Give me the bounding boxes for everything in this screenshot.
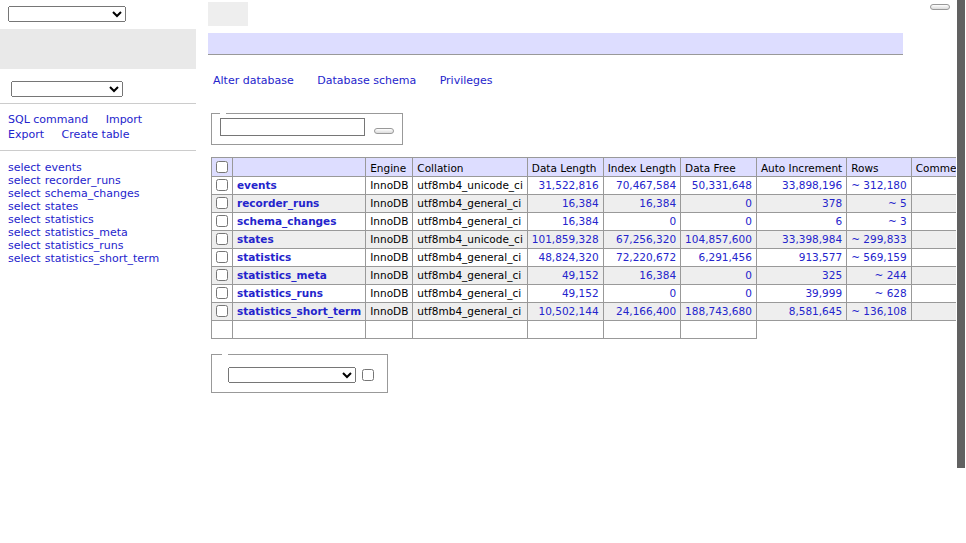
sidebar-actions: SQL command Import Export Create table [0, 104, 196, 151]
rows-link[interactable]: ~ 569,159 [851, 251, 907, 263]
total-data-length [527, 320, 603, 338]
table-name-link[interactable]: statistics_short_term [45, 252, 159, 265]
action-link[interactable]: Privileges [440, 74, 493, 87]
data-free-link[interactable]: 0 [685, 287, 752, 299]
index-length-link[interactable]: 24,166,400 [608, 305, 676, 317]
table-name-link[interactable]: statistics_runs [45, 239, 124, 252]
row-checkbox[interactable] [216, 305, 228, 317]
row-checkbox[interactable] [216, 251, 228, 263]
data-free-cell: 50,331,648 [681, 176, 757, 194]
data-length-link[interactable]: 49,152 [532, 269, 599, 281]
rows-link[interactable]: ~ 312,180 [851, 179, 907, 191]
action-link[interactable]: Database schema [317, 74, 416, 87]
auto-increment-link[interactable]: 8,581,645 [761, 305, 842, 317]
index-length-link[interactable]: 70,467,584 [608, 179, 676, 191]
search-input[interactable] [220, 118, 365, 136]
index-length-link[interactable]: 72,220,672 [608, 251, 676, 263]
table-row: recorder_runs InnoDB utf8mb4_general_ci … [212, 194, 966, 212]
table-name-link[interactable]: events [237, 179, 277, 191]
data-length-link[interactable]: 49,152 [532, 287, 599, 299]
auto-increment-link[interactable]: 378 [761, 197, 842, 209]
index-length-cell: 72,220,672 [603, 248, 680, 266]
overwrite-option[interactable] [362, 369, 377, 381]
auto-increment-link[interactable]: 913,577 [761, 251, 842, 263]
select-link[interactable]: select [8, 200, 41, 213]
rows-link[interactable]: ~ 244 [851, 269, 907, 281]
auto-increment-link[interactable]: 39,999 [761, 287, 842, 299]
table-name-link[interactable]: states [45, 200, 79, 213]
table-name-link[interactable]: statistics_meta [237, 269, 327, 281]
sidebar-action-link[interactable]: Import [106, 113, 143, 126]
engine-cell: InnoDB [366, 176, 413, 194]
data-free-link[interactable]: 104,857,600 [685, 233, 752, 245]
select-link[interactable]: select [8, 239, 41, 252]
auto-increment-link[interactable]: 325 [761, 269, 842, 281]
row-checkbox[interactable] [216, 197, 228, 209]
select-link[interactable]: select [8, 161, 41, 174]
select-link[interactable]: select [8, 174, 41, 187]
rows-link[interactable]: ~ 3 [851, 215, 907, 227]
data-length-link[interactable]: 16,384 [532, 215, 599, 227]
row-checkbox[interactable] [216, 215, 228, 227]
auto-increment-link[interactable]: 33,398,984 [761, 233, 842, 245]
row-checkbox[interactable] [216, 269, 228, 281]
data-free-link[interactable]: 50,331,648 [685, 179, 752, 191]
rows-link[interactable]: ~ 136,108 [851, 305, 907, 317]
data-free-link[interactable]: 0 [685, 269, 752, 281]
data-length-link[interactable]: 10,502,144 [532, 305, 599, 317]
index-length-link[interactable]: 0 [608, 215, 676, 227]
overwrite-checkbox[interactable] [362, 369, 374, 381]
select-link[interactable]: select [8, 252, 41, 265]
table-name-link[interactable]: events [45, 161, 82, 174]
index-length-link[interactable]: 67,256,320 [608, 233, 676, 245]
table-name-link[interactable]: schema_changes [45, 187, 140, 200]
table-name-link[interactable]: states [237, 233, 274, 245]
data-length-link[interactable]: 31,522,816 [532, 179, 599, 191]
data-length-link[interactable]: 48,824,320 [532, 251, 599, 263]
data-free-link[interactable]: 188,743,680 [685, 305, 752, 317]
sidebar-action-link[interactable]: Create table [62, 128, 130, 141]
sidebar-action-link[interactable]: Export [8, 128, 44, 141]
table-name-cell: events [233, 176, 366, 194]
table-name-link[interactable]: statistics [45, 213, 94, 226]
index-length-link[interactable]: 0 [608, 287, 676, 299]
data-length-link[interactable]: 16,384 [532, 197, 599, 209]
select-link[interactable]: select [8, 226, 41, 239]
table-name-link[interactable]: statistics [237, 251, 291, 263]
index-length-link[interactable]: 16,384 [608, 197, 676, 209]
table-name-link[interactable]: schema_changes [237, 215, 337, 227]
data-length-cell: 48,824,320 [527, 248, 603, 266]
engine-cell: InnoDB [366, 248, 413, 266]
row-checkbox[interactable] [216, 287, 228, 299]
rows-link[interactable]: ~ 299,833 [851, 233, 907, 245]
data-free-link[interactable]: 0 [685, 197, 752, 209]
index-length-link[interactable]: 16,384 [608, 269, 676, 281]
row-checkbox[interactable] [216, 179, 228, 191]
table-name-link[interactable]: statistics_meta [45, 226, 128, 239]
select-link[interactable]: select [8, 213, 41, 226]
scrollbar-thumb[interactable] [957, 0, 965, 468]
db-select[interactable] [11, 81, 123, 97]
select-link[interactable]: select [8, 187, 41, 200]
move-database-select[interactable] [228, 367, 356, 383]
table-name-link[interactable]: recorder_runs [45, 174, 121, 187]
row-checkbox[interactable] [216, 233, 228, 245]
auto-increment-cell: 39,999 [756, 284, 846, 302]
table-name-link[interactable]: statistics_short_term [237, 305, 361, 317]
data-free-link[interactable]: 0 [685, 215, 752, 227]
rows-link[interactable]: ~ 5 [851, 197, 907, 209]
select-all-checkbox[interactable] [216, 161, 228, 173]
rows-cell: ~ 312,180 [847, 176, 912, 194]
logout-button[interactable] [930, 4, 950, 10]
action-link[interactable]: Alter database [213, 74, 294, 87]
sidebar-action-link[interactable]: SQL command [8, 113, 88, 126]
auto-increment-link[interactable]: 6 [761, 215, 842, 227]
rows-link[interactable]: ~ 628 [851, 287, 907, 299]
search-button[interactable] [374, 128, 394, 134]
auto-increment-link[interactable]: 33,898,196 [761, 179, 842, 191]
table-name-link[interactable]: statistics_runs [237, 287, 323, 299]
data-length-link[interactable]: 101,859,328 [532, 233, 599, 245]
data-free-link[interactable]: 6,291,456 [685, 251, 752, 263]
table-name-link[interactable]: recorder_runs [237, 197, 319, 209]
language-select[interactable] [8, 6, 126, 22]
